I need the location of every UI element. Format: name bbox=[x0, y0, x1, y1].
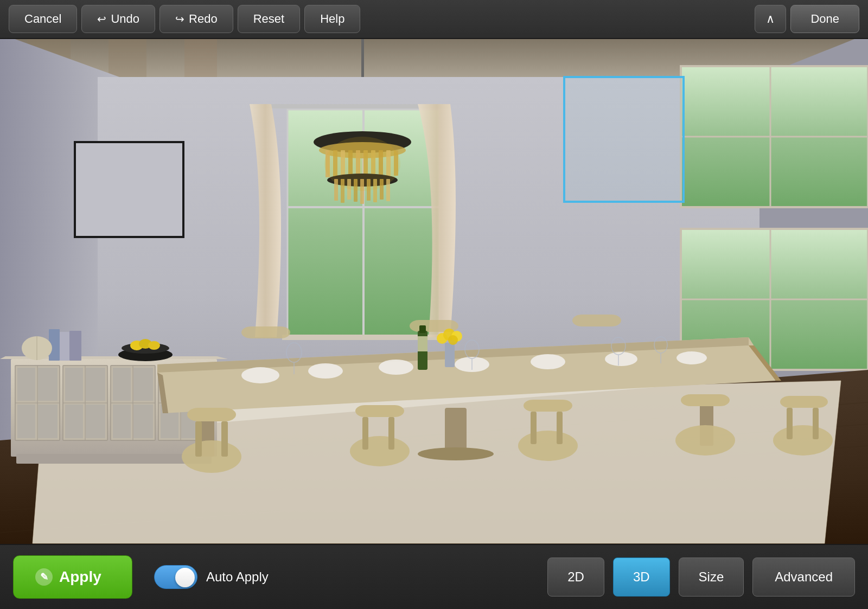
auto-apply-label: Auto Apply bbox=[206, 569, 269, 585]
chevron-up-icon: ∧ bbox=[766, 12, 775, 26]
chevron-up-button[interactable]: ∧ bbox=[755, 5, 786, 33]
apply-icon: ✎ bbox=[35, 568, 53, 586]
svg-rect-129 bbox=[445, 343, 455, 367]
view-2d-label: 2D bbox=[567, 569, 584, 585]
svg-rect-113 bbox=[557, 412, 563, 444]
bottom-toolbar: ✎ Apply Auto Apply 2D 3D Size Advanced bbox=[0, 544, 868, 609]
svg-rect-111 bbox=[524, 400, 572, 412]
cancel-button[interactable]: Cancel bbox=[9, 5, 77, 33]
svg-rect-39 bbox=[17, 405, 35, 438]
svg-rect-45 bbox=[65, 405, 83, 438]
svg-rect-145 bbox=[813, 408, 819, 439]
svg-rect-40 bbox=[38, 405, 58, 438]
svg-rect-37 bbox=[17, 368, 35, 401]
svg-rect-50 bbox=[133, 368, 153, 401]
view-3d-button[interactable]: 3D bbox=[613, 557, 670, 597]
svg-rect-143 bbox=[780, 396, 828, 408]
svg-rect-69 bbox=[361, 39, 364, 77]
advanced-button[interactable]: Advanced bbox=[752, 557, 855, 597]
svg-rect-38 bbox=[38, 368, 58, 401]
svg-rect-115 bbox=[681, 394, 730, 406]
size-button[interactable]: Size bbox=[679, 557, 744, 597]
svg-point-106 bbox=[350, 436, 410, 466]
svg-point-120 bbox=[308, 363, 343, 379]
svg-point-93 bbox=[324, 137, 400, 191]
auto-apply-toggle[interactable] bbox=[154, 565, 197, 589]
svg-rect-144 bbox=[787, 408, 793, 439]
svg-rect-112 bbox=[531, 412, 537, 444]
apply-label: Apply bbox=[59, 568, 101, 586]
svg-point-68 bbox=[148, 341, 160, 350]
svg-rect-109 bbox=[388, 417, 394, 450]
svg-rect-19 bbox=[564, 77, 684, 202]
svg-rect-108 bbox=[362, 417, 368, 450]
reset-button[interactable]: Reset bbox=[238, 5, 300, 33]
undo-button[interactable]: ↩ Undo bbox=[81, 5, 155, 33]
svg-point-121 bbox=[379, 360, 413, 375]
scene-container bbox=[0, 39, 868, 544]
svg-point-123 bbox=[531, 354, 565, 369]
svg-rect-60 bbox=[60, 332, 69, 361]
svg-rect-104 bbox=[195, 421, 202, 457]
done-button[interactable]: Done bbox=[790, 5, 859, 33]
svg-point-142 bbox=[773, 425, 833, 456]
svg-rect-43 bbox=[65, 368, 83, 401]
top-toolbar: Cancel ↩ Undo ↪ Redo Reset Help ∧ Done bbox=[0, 0, 868, 39]
svg-rect-51 bbox=[113, 405, 131, 438]
svg-point-133 bbox=[448, 335, 458, 345]
svg-rect-52 bbox=[133, 405, 153, 438]
size-label: Size bbox=[699, 569, 724, 585]
svg-rect-103 bbox=[187, 408, 236, 421]
svg-point-114 bbox=[675, 425, 735, 456]
svg-point-102 bbox=[182, 440, 241, 473]
scene-viewport[interactable] bbox=[0, 39, 868, 544]
toggle-knob bbox=[175, 568, 195, 587]
svg-point-119 bbox=[241, 367, 279, 383]
svg-rect-44 bbox=[86, 368, 105, 401]
svg-point-125 bbox=[676, 351, 707, 364]
svg-rect-107 bbox=[355, 405, 404, 417]
view-2d-button[interactable]: 2D bbox=[547, 557, 604, 597]
svg-rect-127 bbox=[419, 325, 426, 333]
redo-icon: ↪ bbox=[175, 12, 184, 25]
help-button[interactable]: Help bbox=[304, 5, 360, 33]
apply-button[interactable]: ✎ Apply bbox=[13, 555, 132, 599]
scene-svg bbox=[0, 39, 868, 544]
svg-point-101 bbox=[418, 447, 494, 460]
redo-button[interactable]: ↪ Redo bbox=[159, 5, 233, 33]
svg-rect-61 bbox=[69, 331, 81, 361]
svg-rect-116 bbox=[241, 326, 290, 338]
svg-rect-105 bbox=[221, 421, 228, 457]
svg-point-110 bbox=[518, 431, 578, 461]
svg-rect-46 bbox=[86, 405, 105, 438]
view-3d-label: 3D bbox=[633, 569, 650, 585]
svg-rect-20 bbox=[75, 142, 183, 237]
svg-rect-118 bbox=[572, 315, 621, 326]
undo-icon: ↩ bbox=[97, 12, 106, 25]
advanced-label: Advanced bbox=[775, 569, 833, 585]
svg-rect-128 bbox=[418, 336, 427, 351]
svg-rect-49 bbox=[113, 368, 131, 401]
auto-apply-container: Auto Apply bbox=[154, 565, 269, 589]
